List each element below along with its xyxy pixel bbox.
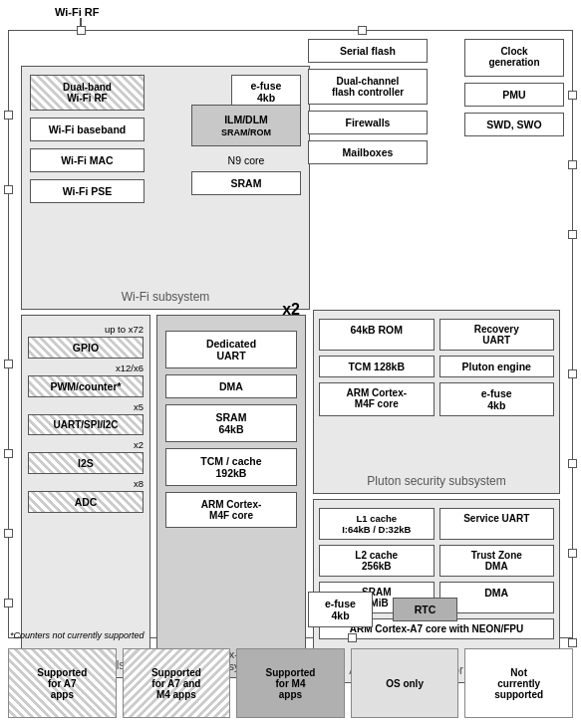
legend-a7: Supportedfor A7apps bbox=[8, 648, 117, 718]
right-top-col: Serial flash Dual-channelflash controlle… bbox=[308, 39, 428, 164]
wifi-rf-label: Wi-Fi RF bbox=[55, 6, 100, 18]
pluton-label: Pluton security subsystem bbox=[314, 474, 559, 488]
dual-band-wifi: Dual-bandWi-Fi RF bbox=[30, 75, 145, 111]
cortex-sram: SRAM64kB bbox=[165, 404, 297, 442]
bottom-row: e-fuse4kb RTC bbox=[308, 592, 457, 627]
clock-gen-col: Clockgeneration PMU SWD, SWO bbox=[464, 39, 564, 136]
app-service-uart: Service UART bbox=[439, 508, 555, 540]
wifi-sram: SRAM bbox=[191, 171, 301, 195]
connector-bottom-1 bbox=[348, 633, 357, 642]
uart-spi-i2c: UART/SPI/I2C bbox=[28, 414, 144, 435]
connector-top-1 bbox=[77, 26, 86, 35]
cortex-tcm: TCM / cache192kB bbox=[165, 448, 297, 486]
wifi-baseband: Wi-Fi baseband bbox=[30, 118, 145, 141]
connector-left-1 bbox=[4, 111, 13, 120]
pmu: PMU bbox=[464, 83, 564, 107]
note-text: *Counters not currently supported bbox=[10, 630, 145, 640]
swd-swo: SWD, SWO bbox=[464, 113, 564, 136]
wifi-efuse: e-fuse4kb bbox=[231, 75, 301, 109]
connector-right-5 bbox=[568, 459, 577, 468]
up-to-x72: up to x72 bbox=[28, 324, 144, 335]
cortex-dma: DMA bbox=[165, 374, 297, 398]
x2-big-label: x2 bbox=[282, 301, 300, 319]
legend-not-supported: Notcurrentlysupported bbox=[464, 648, 573, 718]
pluton-cortex-m4: ARM Cortex-M4F core bbox=[319, 382, 435, 416]
firewalls: Firewalls bbox=[308, 111, 428, 134]
cortex-m4-core: ARM Cortex-M4F core bbox=[165, 492, 297, 528]
io-peripherals: up to x72 GPIO x12/x6 PWM/counter* x5 UA… bbox=[21, 315, 150, 678]
pluton-efuse: e-fuse4kb bbox=[439, 382, 555, 416]
connector-right-2 bbox=[568, 160, 577, 169]
i2s: I2S bbox=[28, 452, 144, 474]
clock-gen: Clockgeneration bbox=[464, 39, 564, 77]
wifi-subsystem-label: Wi-Fi subsystem bbox=[22, 290, 309, 304]
n9-core-label: N9 core bbox=[191, 154, 301, 166]
dedicated-uart: DedicatedUART bbox=[165, 331, 297, 368]
wifi-mac: Wi-Fi MAC bbox=[30, 148, 145, 172]
dual-channel-flash: Dual-channelflash controller bbox=[308, 69, 428, 105]
adc: ADC bbox=[28, 491, 144, 513]
wifi-pse: Wi-Fi PSE bbox=[30, 179, 145, 203]
app-l1-cache: L1 cacheI:64kB / D:32kB bbox=[319, 508, 435, 540]
pluton-rom: 64kB ROM bbox=[319, 319, 435, 351]
legend-a7-m4: Supportedfor A7 andM4 apps bbox=[123, 648, 231, 718]
pluton-tcm: TCM 128kB bbox=[319, 356, 435, 377]
pluton-subsystem: 64kB ROM RecoveryUART TCM 128kB Pluton e… bbox=[313, 310, 560, 494]
connector-right-6 bbox=[568, 549, 577, 558]
outer-border: e-fuse4kb ILM/DLMSRAM/ROM N9 core SRAM D… bbox=[8, 30, 573, 638]
io-content: up to x72 GPIO x12/x6 PWM/counter* x5 UA… bbox=[22, 316, 149, 513]
connector-right-1 bbox=[568, 91, 577, 100]
x12x6-label: x12/x6 bbox=[28, 363, 144, 373]
connector-top-2 bbox=[358, 26, 367, 35]
gpio: GPIO bbox=[28, 337, 144, 359]
bottom-efuse: e-fuse4kb bbox=[308, 592, 373, 627]
rtc: RTC bbox=[393, 598, 457, 621]
connector-left-3 bbox=[4, 360, 13, 368]
legend: Supportedfor A7apps Supportedfor A7 andM… bbox=[8, 643, 573, 723]
pwm-counter: PWM/counter* bbox=[28, 375, 144, 397]
serial-flash: Serial flash bbox=[308, 39, 428, 63]
main-container: Wi-Fi RF e-fuse4kb ILM/DLMSRAM/ROM N9 co… bbox=[0, 0, 581, 728]
connector-left-4 bbox=[4, 449, 13, 458]
pluton-engine: Pluton engine bbox=[439, 356, 555, 377]
connector-left-6 bbox=[4, 599, 13, 607]
legend-os-only: OS only bbox=[351, 648, 459, 718]
x2-label: x2 bbox=[28, 439, 144, 450]
recovery-uart: RecoveryUART bbox=[439, 319, 555, 351]
x5-label: x5 bbox=[28, 401, 144, 412]
connector-left-2 bbox=[4, 185, 13, 194]
connector-right-3 bbox=[568, 230, 577, 239]
wifi-subsystem: e-fuse4kb ILM/DLMSRAM/ROM N9 core SRAM D… bbox=[21, 66, 310, 310]
connector-left-5 bbox=[4, 529, 13, 538]
connector-right-4 bbox=[568, 369, 577, 378]
app-trustzone: Trust ZoneDMA bbox=[439, 545, 555, 577]
legend-m4: Supportedfor M4apps bbox=[236, 648, 345, 718]
cortex-m4f-content: DedicatedUART DMA SRAM64kB TCM / cache19… bbox=[157, 316, 305, 558]
wifi-chips-col: Dual-bandWi-Fi RF Wi-Fi baseband Wi-Fi M… bbox=[30, 75, 145, 203]
wifi-ilm: ILM/DLMSRAM/ROM bbox=[191, 105, 301, 146]
app-l2-cache: L2 cache256kB bbox=[319, 545, 435, 577]
x8-label: x8 bbox=[28, 478, 144, 489]
cortex-m4f-subsystems: x2 DedicatedUART DMA SRAM64kB TCM / cach… bbox=[156, 315, 306, 678]
mailboxes: Mailboxes bbox=[308, 140, 428, 164]
